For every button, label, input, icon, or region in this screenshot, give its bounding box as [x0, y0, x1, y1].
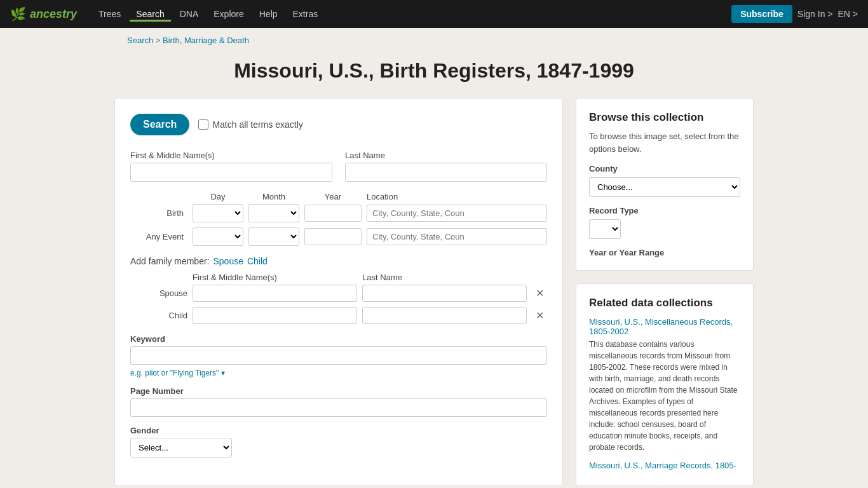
related-desc-1: This database contains various miscellan…: [589, 339, 740, 453]
gender-label: Gender: [130, 426, 547, 435]
related-link-2[interactable]: Missouri, U.S., Marriage Records, 1805-: [589, 461, 740, 470]
breadcrumb: Search > Birth, Marriage & Death: [0, 28, 868, 53]
any-event-month-select[interactable]: JanFebMar: [248, 227, 299, 246]
page-title: Missouri, U.S., Birth Registers, 1847-19…: [0, 59, 868, 83]
nav-links: Trees Search DNA Explore Help Extras: [92, 6, 731, 22]
last-name-label: Last Name: [345, 151, 547, 160]
nav-search[interactable]: Search: [130, 6, 170, 22]
page-number-label: Page Number: [130, 386, 547, 396]
search-button[interactable]: Search: [130, 114, 189, 135]
birth-row: Birth 123 JanFebMar: [130, 204, 547, 222]
year-col-header: Year: [304, 192, 362, 201]
nav-trees[interactable]: Trees: [92, 6, 127, 22]
child-row: Child ✕: [130, 307, 547, 324]
month-col-header: Month: [248, 192, 299, 201]
first-name-field: First & Middle Name(s): [130, 151, 332, 182]
birth-location-input[interactable]: [367, 205, 547, 222]
spouse-remove-button[interactable]: ✕: [532, 287, 547, 299]
spouse-link[interactable]: Spouse: [213, 256, 243, 266]
logo-text: ancestry: [30, 8, 77, 21]
related-link-1[interactable]: Missouri, U.S., Miscellaneous Records, 1…: [589, 317, 740, 336]
logo-icon: 🌿: [10, 6, 26, 22]
spouse-first-input[interactable]: [193, 285, 357, 302]
nav-right: Subscribe Sign In > EN >: [731, 5, 858, 23]
year-range-label: Year or Year Range: [589, 248, 740, 257]
page-number-section: Page Number: [130, 386, 547, 417]
family-last-col-header: Last Name: [362, 273, 527, 282]
search-panel: Search Match all terms exactly First & M…: [114, 98, 563, 486]
related-title: Related data collections: [589, 297, 740, 309]
child-first-input[interactable]: [193, 307, 357, 324]
search-header: Search Match all terms exactly: [130, 114, 547, 135]
family-grid-header: First & Middle Name(s) Last Name: [130, 273, 547, 282]
keyword-label: Keyword: [130, 334, 547, 344]
subscribe-button[interactable]: Subscribe: [731, 5, 792, 23]
day-col-header: Day: [193, 192, 243, 201]
main-layout: Search Match all terms exactly First & M…: [0, 98, 868, 488]
match-label[interactable]: Match all terms exactly: [198, 119, 302, 130]
any-event-row: Any Event 123 JanFebMar: [130, 227, 547, 246]
any-event-label: Any Event: [130, 232, 187, 241]
nav-dna[interactable]: DNA: [173, 6, 205, 22]
any-event-year-input[interactable]: [304, 228, 362, 245]
breadcrumb-section[interactable]: Birth, Marriage & Death: [163, 36, 249, 45]
gender-select[interactable]: Select... Male Female: [130, 438, 232, 458]
keyword-hint[interactable]: e.g. pilot or "Flying Tigers" ▾: [130, 369, 225, 377]
gender-section: Gender Select... Male Female: [130, 426, 547, 458]
child-last-input[interactable]: [362, 307, 527, 324]
spouse-last-input[interactable]: [362, 285, 527, 302]
record-type-label: Record Type: [589, 206, 740, 215]
name-row: First & Middle Name(s) Last Name: [130, 151, 547, 182]
birth-year-input[interactable]: [304, 205, 362, 222]
spouse-row: Spouse ✕: [130, 285, 547, 302]
browse-box: Browse this collection To browse this im…: [576, 98, 754, 271]
family-first-col-header: First & Middle Name(s): [193, 273, 357, 282]
page-number-input[interactable]: [130, 398, 547, 417]
child-link[interactable]: Child: [247, 256, 268, 266]
logo[interactable]: 🌿 ancestry: [10, 6, 77, 22]
first-name-label: First & Middle Name(s): [130, 151, 332, 160]
county-label: County: [589, 164, 740, 173]
record-type-select[interactable]: [589, 219, 621, 239]
spouse-row-label: Spouse: [130, 288, 187, 298]
language-button[interactable]: EN >: [837, 9, 858, 19]
last-name-input[interactable]: [345, 163, 547, 182]
any-event-day-select[interactable]: 123: [193, 227, 243, 246]
breadcrumb-search[interactable]: Search: [127, 36, 153, 45]
last-name-field: Last Name: [345, 151, 547, 182]
keyword-input[interactable]: [130, 346, 547, 365]
navbar: 🌿 ancestry Trees Search DNA Explore Help…: [0, 0, 868, 28]
event-header-row: Day Month Year Location: [130, 192, 547, 201]
browse-title: Browse this collection: [589, 111, 740, 124]
nav-extras[interactable]: Extras: [287, 6, 325, 22]
county-select[interactable]: Choose...: [589, 177, 740, 197]
keyword-section: Keyword e.g. pilot or "Flying Tigers" ▾: [130, 334, 547, 377]
child-row-label: Child: [130, 311, 187, 320]
family-add-label: Add family member:: [130, 256, 209, 266]
birth-day-select[interactable]: 123: [193, 204, 243, 222]
child-remove-button[interactable]: ✕: [532, 309, 547, 322]
browse-description: To browse this image set, select from th…: [589, 130, 740, 155]
birth-label: Birth: [130, 208, 187, 218]
breadcrumb-separator: >: [156, 36, 163, 45]
nav-help[interactable]: Help: [253, 6, 284, 22]
right-panel: Browse this collection To browse this im…: [576, 98, 754, 486]
birth-month-select[interactable]: JanFebMar: [248, 204, 299, 222]
match-text: Match all terms exactly: [212, 119, 302, 130]
signin-button[interactable]: Sign In >: [797, 9, 833, 19]
family-add: Add family member: Spouse Child: [130, 256, 547, 266]
any-event-location-input[interactable]: [367, 228, 547, 245]
related-box: Related data collections Missouri, U.S.,…: [576, 283, 754, 486]
location-col-header: Location: [367, 192, 547, 201]
match-checkbox[interactable]: [198, 119, 208, 130]
nav-explore[interactable]: Explore: [207, 6, 250, 22]
first-name-input[interactable]: [130, 163, 332, 182]
